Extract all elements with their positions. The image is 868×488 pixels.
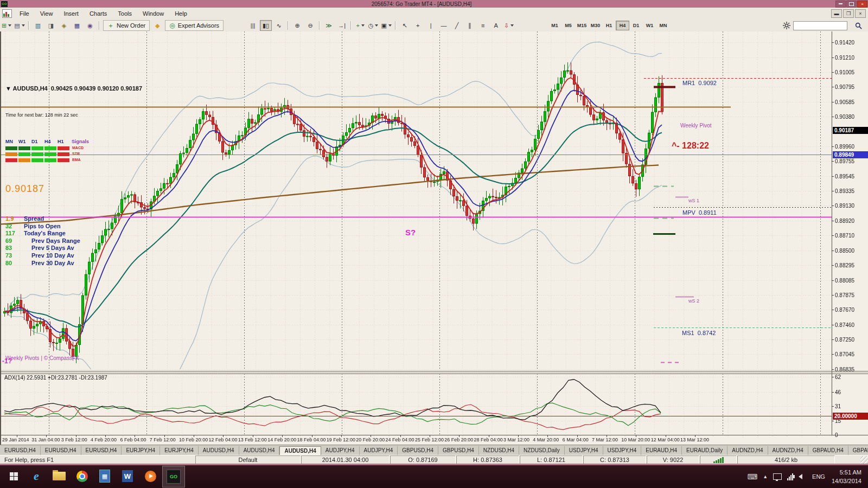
timeframe-h4-button[interactable]: H4 — [616, 21, 629, 30]
chart-tab-audjpy-h4[interactable]: AUDJPY,H4 — [360, 446, 398, 455]
bar-chart-button[interactable]: ||| — [247, 20, 259, 31]
chart-tab-eurusd-h4[interactable]: EURUSD,H4 — [0, 446, 41, 455]
auto-scroll-button[interactable]: ≫ — [323, 20, 335, 31]
chart-shift-button[interactable]: →| — [336, 20, 348, 31]
volume-icon[interactable] — [799, 474, 802, 479]
search-input[interactable] — [793, 21, 847, 30]
maximize-button[interactable] — [846, 1, 857, 8]
calculator-button[interactable]: ▦ — [94, 466, 116, 486]
chart-tab-audnzd-h4[interactable]: AUDNZD,H4 — [768, 446, 808, 455]
chart-tab-nzdusd-h4[interactable]: NZDUSD,H4 — [479, 446, 519, 455]
chart-tab-usdjpy-h4[interactable]: USDJPY,H4 — [565, 446, 603, 455]
chart-tab-eurusd-h4[interactable]: EURUSD,H4 — [81, 446, 122, 455]
chart-tab-euraud-daily[interactable]: EURAUD,Daily — [682, 446, 727, 455]
navigator-button[interactable]: ◈ — [58, 20, 70, 31]
child-close-button[interactable]: × — [855, 9, 866, 18]
text-button[interactable]: A — [490, 20, 502, 31]
chart-tab-gbpusd-h4[interactable]: GBPUSD,H4 — [438, 446, 479, 455]
indicators-button[interactable]: + — [354, 20, 366, 31]
arrows-button[interactable]: ⇩ — [503, 20, 515, 31]
language-indicator[interactable]: ENG — [812, 473, 825, 480]
chart-tab-nzdusd-daily[interactable]: NZDUSD,Daily — [519, 446, 565, 455]
new-chart-button[interactable]: ⊞ — [1, 20, 12, 31]
timeframe-mn-button[interactable]: MN — [656, 21, 670, 30]
line-chart-button[interactable]: ∿ — [273, 20, 285, 31]
child-restore-button[interactable]: ❒ — [843, 9, 854, 18]
word-button[interactable]: W — [117, 466, 138, 486]
chart-tab-gbpaud-h4[interactable]: GBPAUD,H4 — [808, 446, 848, 455]
timeframe-m5-button[interactable]: M5 — [561, 21, 575, 30]
chart-tab-euraud-h4[interactable]: EURAUD,H4 — [641, 446, 682, 455]
zoom-out-button[interactable]: ⊖ — [304, 20, 316, 31]
menu-tools[interactable]: Tools — [112, 9, 137, 18]
clock[interactable]: 5:51 AM 14/03/2014 — [832, 468, 861, 486]
data-window-button[interactable]: ◨ — [45, 20, 57, 31]
close-button[interactable]: × — [857, 1, 867, 8]
menu-help[interactable]: Help — [169, 9, 193, 18]
start-button[interactable] — [3, 466, 24, 486]
ohlc-dropdown-icon[interactable]: ▼ — [5, 85, 13, 92]
keyboard-icon[interactable]: ⌨ — [747, 473, 757, 481]
arrows-icon: ⇩ — [504, 22, 509, 29]
trendline-button[interactable]: ╱ — [451, 20, 463, 31]
chart-tab-audusd-h4[interactable]: AUDUSD,H4 — [199, 446, 239, 455]
menu-file[interactable]: File — [14, 9, 35, 18]
chart-tab-eurjpy-h4[interactable]: EURJPY,H4 — [122, 446, 160, 455]
crosshair-button[interactable]: + — [412, 20, 424, 31]
calculator-icon: ▦ — [99, 470, 110, 483]
candlestick-button[interactable]: ▮▯ — [260, 20, 272, 31]
monitor-icon[interactable] — [773, 473, 782, 480]
search-icon[interactable] — [852, 20, 864, 31]
settings-gear-icon[interactable] — [781, 20, 793, 31]
timeframe-m30-button[interactable]: M30 — [589, 21, 602, 30]
crosshair-icon: + — [416, 22, 419, 29]
chart-tab-audnzd-h4[interactable]: AUDNZD,H4 — [727, 446, 768, 455]
fibonacci-button[interactable]: ≡ — [477, 20, 489, 31]
chart-tab-usdjpy-h4[interactable]: USDJPY,H4 — [603, 446, 642, 455]
chart-tab-audjpy-h4[interactable]: AUDJPY,H4 — [321, 446, 360, 455]
horizontal-line-button[interactable]: — — [438, 20, 450, 31]
price-axis-label: 0.91420 — [835, 40, 854, 46]
strategy-tester-icon: ◉ — [87, 22, 93, 29]
dropdown-caret-icon — [22, 24, 25, 27]
vertical-line-button[interactable]: | — [425, 20, 437, 31]
system-tray: ⌨ ▲ ENG 5:51 AM 14/03/2014 — [744, 468, 868, 486]
strategy-tester-button[interactable]: ◉ — [84, 20, 96, 31]
chart-tab-eurusd-h4[interactable]: EURUSD,H4 — [41, 446, 81, 455]
timeframe-h1-button[interactable]: H1 — [602, 21, 616, 30]
internet-explorer-button[interactable]: e — [25, 466, 47, 486]
metaeditor-button[interactable]: ◆ — [151, 20, 163, 31]
cursor-button[interactable]: ↖ — [399, 20, 411, 31]
terminal-button[interactable]: ▦ — [71, 20, 83, 31]
chrome-button[interactable] — [71, 466, 93, 486]
chart-tab-audusd-h4[interactable]: AUDUSD,H4 — [239, 446, 280, 455]
market-watch-button[interactable]: ▥ — [32, 20, 44, 31]
chart-tab-gbpusd-h4[interactable]: GBPUSD,H4 — [398, 446, 438, 455]
zoom-in-button[interactable]: ⊕ — [291, 20, 303, 31]
media-player-button[interactable] — [139, 466, 161, 486]
signals-row: EMA — [5, 158, 142, 163]
timeframe-w1-button[interactable]: W1 — [643, 21, 656, 30]
file-explorer-button[interactable] — [48, 466, 70, 486]
expert-advisors-button[interactable]: ◎Expert Advisors — [165, 20, 224, 31]
menu-insert[interactable]: Insert — [58, 9, 84, 18]
timeframe-m1-button[interactable]: M1 — [548, 21, 561, 30]
child-minimize-button[interactable]: ▬ — [831, 9, 842, 18]
minimize-button[interactable] — [835, 1, 846, 8]
menu-view[interactable]: View — [35, 9, 59, 18]
new-order-button[interactable]: ＋New Order — [103, 20, 150, 31]
templates-button[interactable]: ▣ — [380, 20, 392, 31]
chart-tab-eurjpy-h4[interactable]: EURJPY,H4 — [160, 446, 199, 455]
go-trader-button[interactable]: GO — [162, 466, 185, 487]
chart-tab-gbpaud-daily[interactable]: GBPAUD,Daily — [848, 446, 868, 455]
menu-window[interactable]: Window — [137, 9, 169, 18]
resize-grip[interactable] — [860, 456, 868, 464]
channel-button[interactable]: ∥ — [464, 20, 476, 31]
tray-expand-icon[interactable]: ▲ — [763, 474, 768, 479]
timeframe-d1-button[interactable]: D1 — [629, 21, 643, 30]
menu-charts[interactable]: Charts — [84, 9, 112, 18]
timeframe-m15-button[interactable]: M15 — [575, 21, 589, 30]
periods-button[interactable]: ◷ — [367, 20, 379, 31]
chart-tab-audusd-h4[interactable]: AUDUSD,H4 — [279, 446, 321, 455]
profiles-button[interactable]: ▤ — [14, 20, 25, 31]
